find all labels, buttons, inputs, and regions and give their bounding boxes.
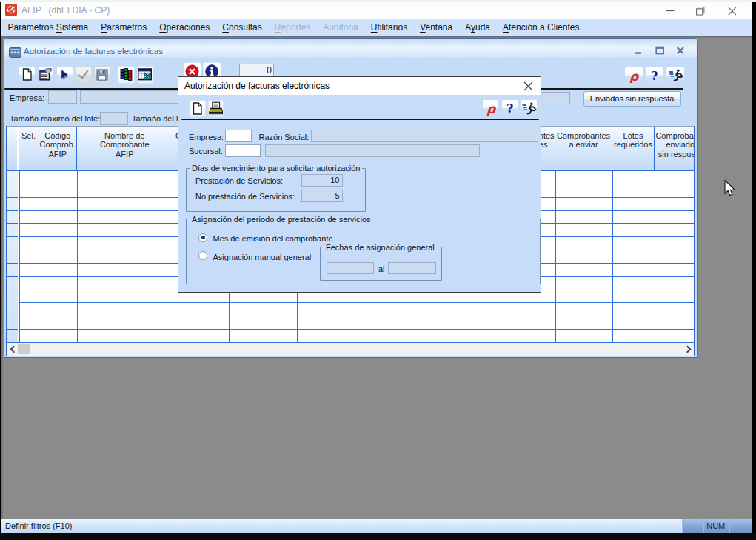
statusbar-panel	[681, 519, 703, 533]
tamano-maximo-field[interactable]	[100, 112, 129, 125]
child-window-titlebar: Autorización de facturas electrónicas	[4, 39, 697, 58]
new-document-icon	[192, 102, 203, 115]
menu-item-ventana[interactable]: Ventana	[414, 19, 459, 36]
menu-item-ayuda[interactable]: Ayuda	[459, 19, 497, 36]
dialog-help-button[interactable]: ?	[501, 99, 518, 117]
help-button[interactable]: ?	[645, 67, 664, 84]
run-button[interactable]	[56, 66, 73, 84]
confirm-button[interactable]	[76, 66, 93, 84]
window-frame-right	[752, 2, 756, 533]
scrollbar-thumb[interactable]	[18, 344, 30, 354]
dialog-empresa-field[interactable]	[225, 130, 252, 142]
dialog-toolbar-separator	[181, 119, 539, 120]
grid-header-line: AFIP	[116, 150, 133, 159]
grid-column-line	[612, 171, 613, 342]
grid-header-col-lotes-requeridos[interactable]: Lotesrequeridos	[612, 127, 655, 170]
statusbar-panel-num: NUM	[703, 519, 729, 533]
grid-header-col-comprobantes-enviados-sin-respuesta[interactable]: Comprobantesenviadossin respuesta	[655, 127, 695, 170]
dialog-sucursal-desc-field[interactable]	[265, 144, 480, 157]
prestacion-field[interactable]: 10	[301, 174, 343, 187]
radio-mes-emision[interactable]	[198, 233, 207, 242]
view-table-button[interactable]	[137, 66, 154, 84]
dialog-razon-social-label: Razón Social:	[259, 133, 310, 141]
grid-header-line: Sel.	[21, 131, 36, 140]
grid-header-col-comprobantes-a-enviar[interactable]: Comprobantesa enviar	[555, 127, 612, 170]
close-button[interactable]	[721, 2, 743, 19]
grid-header-row-indicator	[7, 127, 19, 170]
horizontal-scrollbar[interactable]	[7, 343, 695, 356]
grid-header-line: Nombre de	[104, 131, 144, 140]
grid-header-line: Comprobantes	[557, 131, 610, 140]
menu-item-operaciones[interactable]: Operaciones	[153, 19, 216, 36]
grid-header-line: sin respuesta	[658, 150, 695, 159]
radio-mes-emision-label: Mes de emisión del comprobante	[213, 234, 333, 243]
fecha-hasta-field[interactable]	[388, 262, 436, 275]
red-rho-icon: ρ	[626, 68, 641, 83]
menu-item-par-metros-sistema[interactable]: Parámetros Sistema	[1, 19, 95, 36]
statusbar: Definir filtros (F10) NUM	[1, 519, 752, 533]
table-row[interactable]	[7, 303, 694, 316]
new-document-button[interactable]	[19, 66, 36, 84]
grid-header-line: Comprobante	[100, 140, 150, 149]
window-frame-bottom	[0, 533, 756, 540]
menu-item-reportes[interactable]: Reportes	[268, 19, 317, 36]
counter-field[interactable]: 0	[239, 64, 274, 78]
grid-row-indicator-column	[7, 171, 20, 342]
dialog-support-button[interactable]: ρ	[482, 99, 499, 117]
running-man-icon	[521, 101, 537, 116]
exit-button[interactable]	[666, 67, 685, 84]
grid-header-line: Comprobantes	[655, 131, 695, 140]
table-row[interactable]	[7, 330, 694, 343]
radio-asignacion-manual[interactable]	[198, 251, 207, 260]
restore-button[interactable]	[689, 2, 712, 19]
grid-column-line	[173, 171, 173, 342]
enviados-sin-respuesta-button[interactable]: Enviados sin respuesta	[583, 91, 681, 107]
fecha-desde-field[interactable]	[327, 262, 374, 275]
properties-button[interactable]	[38, 66, 55, 84]
filmstrips-icon	[120, 68, 133, 81]
grid-header-col-sel[interactable]: Sel.	[19, 127, 39, 170]
child-maximize-button[interactable]	[653, 44, 666, 56]
no-prestacion-label: No prestación de Servicios:	[195, 192, 295, 201]
grid-header-line: Lotes	[623, 131, 643, 140]
empresa-code-field[interactable]	[48, 90, 78, 104]
dialog-empresa-label: Empresa:	[189, 133, 224, 141]
lots-button[interactable]	[118, 66, 135, 84]
tamano-maximo-label: Tamaño máximo del lote:	[10, 114, 100, 123]
dialog-print-button[interactable]	[208, 100, 224, 117]
dialog-new-document-button[interactable]	[190, 100, 206, 117]
support-button[interactable]: ρ	[624, 67, 643, 84]
empresa-label: Empresa:	[10, 93, 44, 102]
radio-asignacion-manual-label: Asignación manual general	[213, 253, 312, 261]
window-titlebar: AFIP (dbELDIA - CP)	[1, 2, 752, 19]
check-icon	[77, 69, 90, 80]
menu-item-atenci-n-a-clientes[interactable]: Atención a Clientes	[497, 19, 586, 36]
grid-header-line: a enviar	[569, 140, 598, 149]
table-row[interactable]	[7, 316, 694, 330]
table-window-icon	[9, 47, 21, 58]
grid-header-col-codigo-comprob-afip[interactable]: CódigoComprob.AFIP	[39, 127, 78, 170]
menu-item-par-metros[interactable]: Parámetros	[95, 19, 153, 36]
scroll-right-button[interactable]	[682, 343, 695, 355]
dialog-toolbar: ρ?	[178, 95, 541, 119]
no-prestacion-field[interactable]: 5	[301, 190, 343, 202]
play-icon	[59, 69, 70, 81]
save-button[interactable]	[94, 66, 111, 84]
dialog-close-button[interactable]	[521, 79, 535, 93]
menu-item-utilitarios[interactable]: Utilitarios	[364, 19, 413, 36]
statusbar-panel	[729, 519, 752, 533]
dialog-sucursal-field[interactable]	[225, 144, 261, 157]
child-minimize-button[interactable]	[632, 44, 646, 56]
child-close-button[interactable]	[674, 44, 687, 56]
grid-header-col-nombre-comprobante-afip[interactable]: Nombre deComprobanteAFIP	[77, 127, 173, 170]
menu-item-consultas[interactable]: Consultas	[216, 19, 268, 36]
minimize-button[interactable]	[659, 2, 681, 19]
grid-column-line	[555, 171, 556, 342]
dialog-exit-button[interactable]	[521, 99, 538, 117]
dialog-titlebar: Autorización de facturas electrónicas	[178, 77, 541, 95]
grid-column-line	[19, 171, 19, 342]
menu-item-auditoria[interactable]: Auditoria	[317, 19, 364, 36]
window-title: AFIP (dbELDIA - CP)	[21, 2, 110, 19]
grid-column-line	[39, 171, 39, 342]
dialog-razon-social-field[interactable]	[311, 130, 538, 142]
